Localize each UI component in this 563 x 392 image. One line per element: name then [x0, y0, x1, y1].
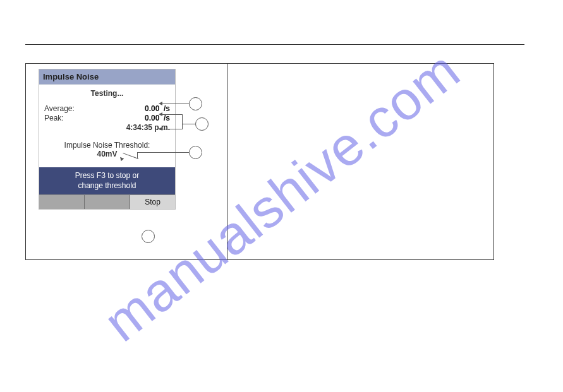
device-screen: Impulse Noise Testing... Average: 0.00 /… [39, 69, 176, 210]
average-label: Average: [44, 104, 75, 113]
softkey-row: Stop [39, 194, 175, 209]
peak-row: Peak: 0.00 /s [44, 114, 170, 122]
figure-frame: Impulse Noise Testing... Average: 0.00 /… [25, 63, 494, 260]
arrow-left-icon [159, 102, 162, 105]
arrow-left-icon [159, 112, 162, 116]
top-rule [25, 44, 524, 45]
status-text: Testing... [44, 89, 170, 98]
arrow-left-icon [159, 127, 162, 131]
peak-value: 0.00 /s [145, 114, 170, 122]
callout-connector [182, 114, 183, 129]
column-divider [227, 64, 227, 259]
threshold-label: Impulse Noise Threshold: [44, 141, 170, 150]
softkey-f3[interactable]: Stop [130, 195, 175, 209]
screen-body: Testing... Average: 0.00 /s Peak: 0.00 /… [39, 85, 175, 167]
callout-connector [162, 114, 182, 115]
hint-bar: Press F3 to stop or change threshold [39, 167, 175, 194]
callout-connector [162, 104, 189, 104]
softkey-f2[interactable] [85, 195, 130, 209]
hint-line-1: Press F3 to stop or [75, 171, 139, 180]
time-value: 4:34:35 p.m. [44, 123, 170, 132]
average-value: 0.00 /s [145, 104, 170, 113]
peak-label: Peak: [44, 114, 64, 122]
callout-connector [182, 124, 195, 124]
callout-connector [137, 152, 189, 153]
callout-circle-4 [142, 230, 155, 243]
callout-circle-1 [189, 97, 202, 110]
softkey-f1[interactable] [39, 195, 85, 209]
screen-title: Impulse Noise [39, 69, 175, 85]
hint-line-2: change threshold [78, 181, 136, 190]
callout-circle-2 [195, 117, 209, 131]
threshold-value: 40mV [44, 150, 170, 158]
average-row: Average: 0.00 /s [44, 104, 170, 113]
callout-circle-3 [189, 146, 202, 159]
callout-connector [162, 129, 182, 129]
